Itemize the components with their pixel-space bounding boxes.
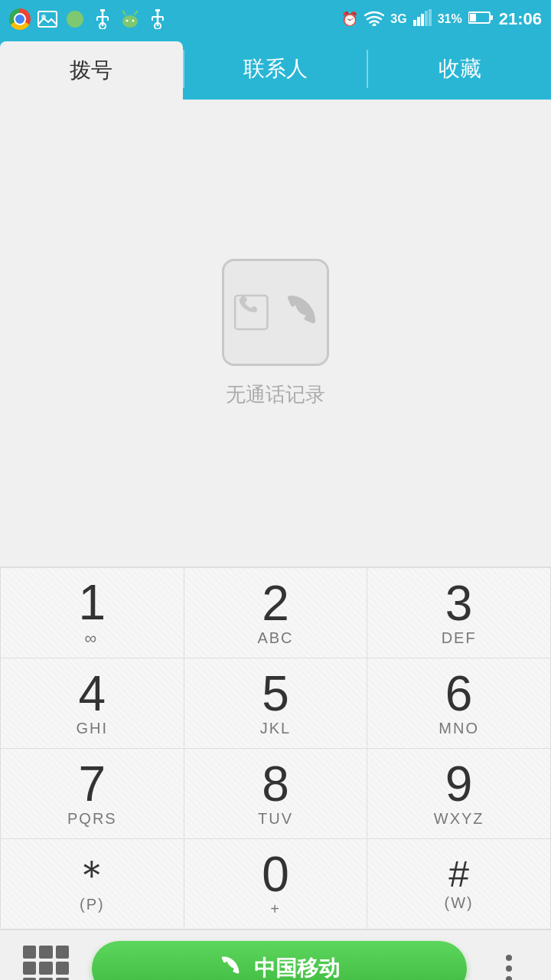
key-8[interactable]: 8 TUV (184, 749, 368, 839)
alarm-icon: ⏰ (341, 11, 358, 28)
svg-rect-23 (413, 20, 416, 26)
status-icons-right: ⏰ 3G 31% (341, 9, 542, 30)
key-6[interactable]: 6 MNO (367, 658, 551, 749)
bottom-bar: 中国移动 (0, 929, 551, 980)
key-4[interactable]: 4 GHI (1, 658, 184, 749)
battery-label: 31% (438, 12, 462, 26)
gallery-icon (37, 8, 58, 30)
empty-state-text: 无通话记录 (226, 381, 325, 408)
android-icon (119, 8, 141, 30)
more-options-button[interactable] (490, 946, 528, 981)
network-label: 3G (390, 12, 406, 26)
svg-point-2 (67, 11, 83, 28)
empty-state-icon-box (222, 259, 329, 366)
content-area: 无通话记录 (0, 100, 551, 567)
phone-empty-icon (224, 282, 279, 343)
status-bar: ⏰ 3G 31% (0, 0, 551, 38)
call-label: 中国移动 (254, 954, 340, 981)
tab-bar: 拨号 联系人 收藏 (0, 38, 551, 100)
dialpad: 1 ∞ 2 ABC 3 DEF 4 GHI 5 JKL 6 MNO 7 PQRS (0, 567, 551, 929)
apps-grid-button[interactable] (23, 946, 69, 981)
svg-rect-16 (155, 9, 160, 11)
key-1[interactable]: 1 ∞ (1, 568, 184, 658)
tab-dialpad[interactable]: 拨号 (0, 41, 183, 100)
wifi-icon (364, 9, 384, 30)
svg-point-11 (132, 20, 135, 22)
handset-icon (279, 285, 327, 340)
svg-point-14 (122, 11, 125, 13)
svg-point-9 (122, 15, 138, 28)
key-3[interactable]: 3 DEF (367, 568, 551, 658)
dialpad-grid: 1 ∞ 2 ABC 3 DEF 4 GHI 5 JKL 6 MNO 7 PQRS (0, 567, 551, 929)
svg-point-10 (126, 20, 129, 22)
call-button[interactable]: 中国移动 (92, 941, 467, 981)
chrome-icon (9, 8, 31, 30)
greenball-icon (64, 8, 86, 30)
key-9[interactable]: 9 WXYZ (367, 749, 551, 839)
key-star[interactable]: ＊ (P) (1, 839, 184, 929)
tab-favorites[interactable]: 收藏 (368, 38, 551, 100)
svg-rect-29 (490, 15, 493, 20)
call-phone-icon (219, 954, 242, 980)
svg-rect-3 (100, 9, 105, 11)
key-hash[interactable]: # (W) (367, 839, 551, 929)
key-7[interactable]: 7 PQRS (1, 749, 184, 839)
usb2-icon (147, 8, 168, 30)
svg-rect-25 (421, 14, 424, 26)
battery-icon (468, 11, 493, 28)
svg-rect-0 (38, 11, 57, 27)
svg-rect-26 (425, 11, 428, 26)
svg-point-15 (136, 11, 139, 13)
svg-rect-24 (417, 17, 420, 26)
key-0[interactable]: 0 + (184, 839, 368, 929)
svg-rect-27 (429, 9, 432, 26)
tab-contacts[interactable]: 联系人 (184, 38, 367, 100)
status-icons-left (9, 8, 168, 30)
key-2[interactable]: 2 ABC (184, 568, 368, 658)
signal-icon (413, 9, 432, 30)
time-display: 21:06 (499, 9, 542, 29)
svg-rect-30 (470, 14, 476, 21)
usb-icon (92, 8, 113, 30)
key-5[interactable]: 5 JKL (184, 658, 368, 749)
svg-point-22 (373, 23, 377, 26)
